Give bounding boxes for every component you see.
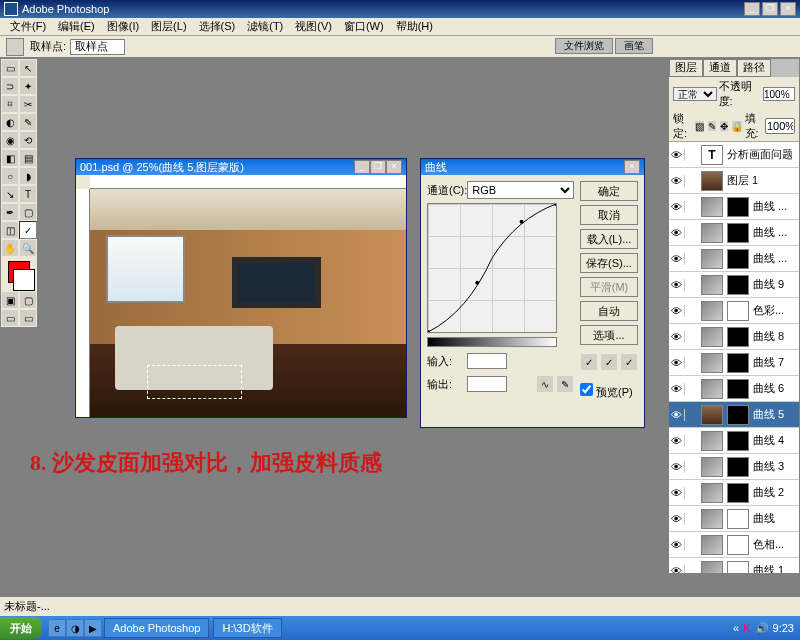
lock-all-icon[interactable]: 🔒 xyxy=(731,120,743,132)
visibility-icon[interactable]: 👁 xyxy=(669,253,685,265)
tool-gradient[interactable]: ▤ xyxy=(19,149,37,167)
visibility-icon[interactable]: 👁 xyxy=(669,539,685,551)
layer-row[interactable]: 👁曲线 9 xyxy=(669,272,799,298)
curve-tool-point[interactable]: ∿ xyxy=(536,375,554,393)
canvas[interactable] xyxy=(90,189,406,417)
tab-paths[interactable]: 路径 xyxy=(737,59,771,77)
auto-button[interactable]: 自动 xyxy=(580,301,638,321)
smooth-button[interactable]: 平滑(M) xyxy=(580,277,638,297)
gradient-bar[interactable] xyxy=(427,337,557,347)
doc-maximize[interactable]: ❐ xyxy=(370,160,386,174)
curves-close[interactable]: × xyxy=(624,160,640,174)
tray-icon[interactable]: 🔊 xyxy=(755,622,769,635)
screen-mode-2[interactable]: ▭ xyxy=(19,309,37,327)
visibility-icon[interactable]: 👁 xyxy=(669,175,685,187)
tab-layers[interactable]: 图层 xyxy=(669,59,703,77)
visibility-icon[interactable]: 👁 xyxy=(669,565,685,575)
curve-graph[interactable] xyxy=(427,203,557,333)
visibility-icon[interactable]: 👁 xyxy=(669,461,685,473)
tool-heal[interactable]: ◐ xyxy=(1,113,19,131)
layer-row[interactable]: 👁曲线 ... xyxy=(669,220,799,246)
edit-mode-standard[interactable]: ▣ xyxy=(1,291,19,309)
restore-button[interactable]: ❐ xyxy=(762,2,778,16)
layers-list[interactable]: 👁T分析画面问题👁图层 1👁曲线 ...👁曲线 ...👁曲线 ...👁曲线 9👁… xyxy=(669,142,799,574)
tool-eyedropper[interactable]: ✓ xyxy=(19,221,37,239)
opacity-input[interactable] xyxy=(763,87,795,101)
visibility-icon[interactable]: 👁 xyxy=(669,331,685,343)
layer-row[interactable]: 👁曲线 4 xyxy=(669,428,799,454)
menu-window[interactable]: 窗口(W) xyxy=(338,19,390,34)
tab-filebrowser[interactable]: 文件浏览 xyxy=(555,38,613,54)
output-value[interactable] xyxy=(467,376,507,392)
minimize-button[interactable]: _ xyxy=(744,2,760,16)
quicklaunch-icon[interactable]: ▶ xyxy=(84,619,102,637)
tray-icon[interactable]: K xyxy=(743,622,750,634)
quicklaunch-icon[interactable]: ◑ xyxy=(66,619,84,637)
save-button[interactable]: 保存(S)... xyxy=(580,253,638,273)
menu-image[interactable]: 图像(I) xyxy=(101,19,145,34)
layer-row[interactable]: 👁曲线 2 xyxy=(669,480,799,506)
fill-input[interactable] xyxy=(765,118,795,134)
tool-slice[interactable]: ✂ xyxy=(19,95,37,113)
layer-row[interactable]: 👁曲线 5 xyxy=(669,402,799,428)
visibility-icon[interactable]: 👁 xyxy=(669,435,685,447)
menu-select[interactable]: 选择(S) xyxy=(193,19,242,34)
layer-row[interactable]: 👁T分析画面问题 xyxy=(669,142,799,168)
taskbar-item[interactable]: H:\3D软件 xyxy=(213,618,281,638)
visibility-icon[interactable]: 👁 xyxy=(669,305,685,317)
tool-move[interactable]: ↖ xyxy=(19,59,37,77)
visibility-icon[interactable]: 👁 xyxy=(669,357,685,369)
edit-mode-quickmask[interactable]: ▢ xyxy=(19,291,37,309)
eyedropper-black[interactable]: ✓ xyxy=(580,353,598,371)
curve-tool-pencil[interactable]: ✎ xyxy=(556,375,574,393)
doc-minimize[interactable]: _ xyxy=(354,160,370,174)
tool-hand[interactable]: ✋ xyxy=(1,239,19,257)
tab-channels[interactable]: 通道 xyxy=(703,59,737,77)
menu-help[interactable]: 帮助(H) xyxy=(390,19,439,34)
menu-layer[interactable]: 图层(L) xyxy=(145,19,192,34)
tool-pen[interactable]: ✒ xyxy=(1,203,19,221)
background-color[interactable] xyxy=(13,269,35,291)
tool-crop[interactable]: ⌗ xyxy=(1,95,19,113)
document-titlebar[interactable]: 001.psd @ 25%(曲线 5,图层蒙版) _ ❐ × xyxy=(76,159,406,175)
visibility-icon[interactable]: 👁 xyxy=(669,487,685,499)
channel-select[interactable]: RGB xyxy=(467,181,574,199)
cancel-button[interactable]: 取消 xyxy=(580,205,638,225)
tool-zoom[interactable]: 🔍 xyxy=(19,239,37,257)
system-tray[interactable]: « K 🔊 9:23 xyxy=(727,622,800,635)
visibility-icon[interactable]: 👁 xyxy=(669,149,685,161)
quicklaunch-icon[interactable]: e xyxy=(48,619,66,637)
start-button[interactable]: 开始 xyxy=(0,617,42,639)
layer-row[interactable]: 👁曲线 7 xyxy=(669,350,799,376)
tool-dodge[interactable]: ◗ xyxy=(19,167,37,185)
tool-stamp[interactable]: ◉ xyxy=(1,131,19,149)
layer-row[interactable]: 👁曲线 ... xyxy=(669,246,799,272)
tool-type[interactable]: T xyxy=(19,185,37,203)
tray-icon[interactable]: « xyxy=(733,622,739,634)
preview-checkbox[interactable]: 预览(P) xyxy=(580,383,638,400)
layer-row[interactable]: 👁曲线 1 xyxy=(669,558,799,574)
curves-titlebar[interactable]: 曲线 × xyxy=(421,159,644,175)
layer-row[interactable]: 👁色彩... xyxy=(669,298,799,324)
tool-notes[interactable]: ◫ xyxy=(1,221,19,239)
layer-row[interactable]: 👁色相... xyxy=(669,532,799,558)
screen-mode-1[interactable]: ▭ xyxy=(1,309,19,327)
menu-edit[interactable]: 编辑(E) xyxy=(52,19,101,34)
input-value[interactable] xyxy=(467,353,507,369)
layer-row[interactable]: 👁图层 1 xyxy=(669,168,799,194)
visibility-icon[interactable]: 👁 xyxy=(669,201,685,213)
visibility-icon[interactable]: 👁 xyxy=(669,279,685,291)
lock-transparency-icon[interactable]: ▧ xyxy=(694,120,705,132)
menu-file[interactable]: 文件(F) xyxy=(4,19,52,34)
menu-view[interactable]: 视图(V) xyxy=(289,19,338,34)
doc-close[interactable]: × xyxy=(386,160,402,174)
close-button[interactable]: × xyxy=(780,2,796,16)
layer-row[interactable]: 👁曲线 xyxy=(669,506,799,532)
options-button[interactable]: 选项... xyxy=(580,325,638,345)
blend-mode-select[interactable]: 正常 xyxy=(673,87,717,101)
lock-move-icon[interactable]: ✥ xyxy=(719,120,729,132)
tab-brushes[interactable]: 画笔 xyxy=(615,38,653,54)
tool-eraser[interactable]: ◧ xyxy=(1,149,19,167)
tool-shape[interactable]: ▢ xyxy=(19,203,37,221)
visibility-icon[interactable]: 👁 xyxy=(669,227,685,239)
